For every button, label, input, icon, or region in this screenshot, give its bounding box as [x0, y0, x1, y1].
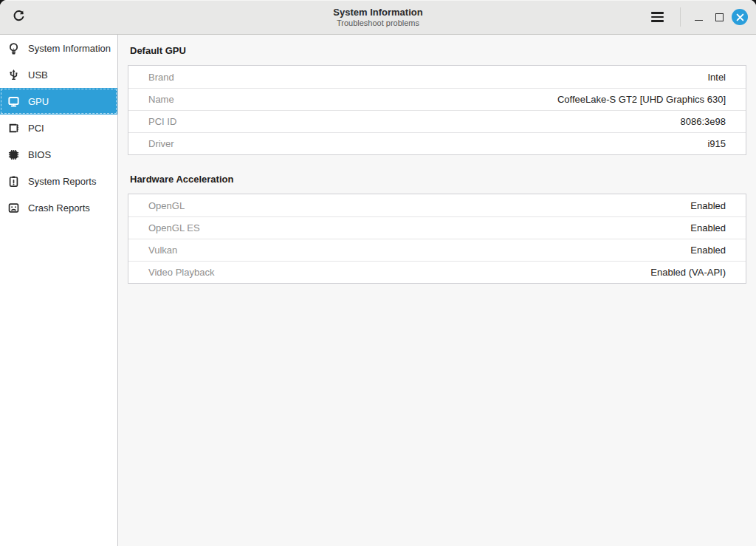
- table-row: Vulkan Enabled: [128, 239, 746, 261]
- sidebar-item-label: System Reports: [28, 176, 96, 187]
- system-information-window: System Information Troubleshoot problems: [0, 0, 756, 546]
- sidebar-item-usb[interactable]: USB: [0, 61, 117, 88]
- crash-face-icon: [7, 202, 20, 214]
- sidebar-item-bios[interactable]: BIOS: [0, 141, 117, 168]
- row-label: PCI ID: [148, 116, 176, 127]
- row-label: Name: [148, 94, 174, 105]
- row-label: Brand: [148, 72, 174, 83]
- section-hardware-acceleration: Hardware Acceleration OpenGL Enabled Ope…: [128, 174, 746, 284]
- lightbulb-icon: [7, 42, 20, 55]
- sidebar-item-system-information[interactable]: System Information: [0, 35, 117, 61]
- row-value: Enabled: [690, 222, 726, 233]
- close-icon: [732, 9, 748, 25]
- table-row: OpenGL ES Enabled: [128, 216, 746, 239]
- row-label: Driver: [148, 138, 174, 149]
- pci-card-icon: [7, 122, 20, 134]
- section-heading: Default GPU: [130, 45, 746, 56]
- sidebar-item-system-reports[interactable]: System Reports: [0, 168, 117, 194]
- sidebar-item-label: System Information: [28, 43, 111, 54]
- row-value: Enabled: [690, 245, 726, 256]
- sidebar-item-label: GPU: [28, 96, 49, 107]
- table-row: Video Playback Enabled (VA-API): [128, 261, 746, 283]
- row-value: 8086:3e98: [681, 116, 726, 127]
- hardware-acceleration-table: OpenGL Enabled OpenGL ES Enabled Vulkan …: [128, 194, 746, 284]
- sidebar-item-label: PCI: [28, 123, 44, 134]
- row-value: Enabled (VA-API): [650, 267, 726, 278]
- sidebar-item-label: BIOS: [28, 149, 51, 160]
- refresh-button[interactable]: [6, 4, 31, 30]
- titlebar[interactable]: System Information Troubleshoot problems: [0, 0, 756, 35]
- table-row: PCI ID 8086:3e98: [128, 110, 746, 132]
- sidebar-item-crash-reports[interactable]: Crash Reports: [0, 194, 117, 221]
- section-default-gpu: Default GPU Brand Intel Name CoffeeLake-…: [128, 45, 746, 155]
- row-label: OpenGL ES: [148, 222, 200, 233]
- main-content: Default GPU Brand Intel Name CoffeeLake-…: [118, 35, 756, 546]
- clipboard-alert-icon: [7, 175, 20, 188]
- sidebar-item-gpu[interactable]: GPU: [0, 88, 117, 115]
- row-value: Intel: [707, 72, 726, 83]
- table-row: Name CoffeeLake-S GT2 [UHD Graphics 630]: [128, 88, 746, 110]
- sidebar-item-label: USB: [28, 69, 48, 81]
- refresh-icon: [12, 9, 26, 26]
- minimize-icon: [695, 14, 703, 21]
- row-value: CoffeeLake-S GT2 [UHD Graphics 630]: [557, 94, 726, 105]
- maximize-icon: [715, 13, 724, 21]
- titlebar-title-block: System Information Troubleshoot problems: [0, 0, 756, 34]
- section-heading: Hardware Acceleration: [130, 174, 746, 185]
- monitor-icon: [7, 95, 20, 108]
- usb-icon: [7, 69, 20, 81]
- window-subtitle: Troubleshoot problems: [337, 18, 419, 28]
- sidebar: System Information USB: [0, 35, 118, 546]
- default-gpu-table: Brand Intel Name CoffeeLake-S GT2 [UHD G…: [128, 65, 746, 155]
- row-value: Enabled: [690, 200, 726, 211]
- row-value: i915: [707, 138, 726, 149]
- sidebar-item-label: Crash Reports: [28, 202, 90, 214]
- sidebar-item-pci[interactable]: PCI: [0, 115, 117, 141]
- table-row: Driver i915: [128, 132, 746, 154]
- chip-icon: [7, 149, 20, 161]
- table-row: Brand Intel: [128, 66, 746, 88]
- titlebar-separator: [680, 7, 681, 27]
- row-label: Vulkan: [148, 245, 177, 256]
- minimize-button[interactable]: [688, 7, 709, 27]
- row-label: OpenGL: [148, 200, 185, 211]
- hamburger-icon: [651, 12, 664, 22]
- maximize-button[interactable]: [709, 7, 729, 27]
- table-row: OpenGL Enabled: [128, 194, 746, 216]
- menu-button[interactable]: [645, 4, 670, 30]
- row-label: Video Playback: [148, 267, 214, 278]
- window-title: System Information: [333, 7, 422, 18]
- close-button[interactable]: [729, 7, 750, 27]
